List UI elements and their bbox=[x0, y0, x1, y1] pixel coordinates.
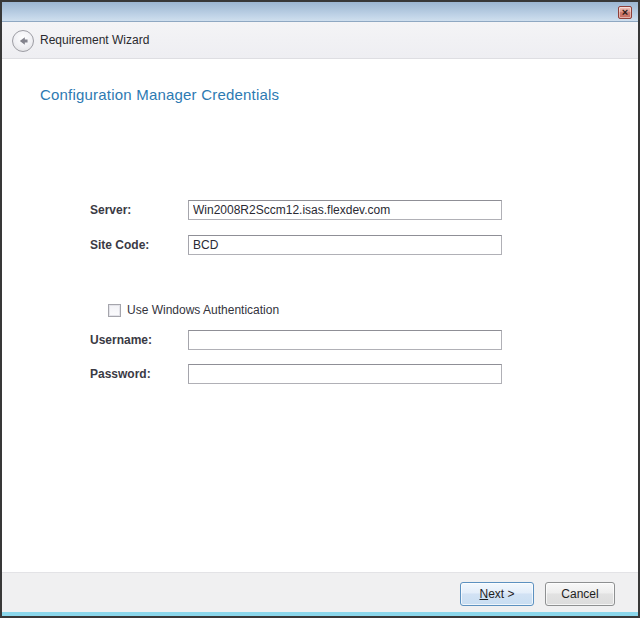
close-icon: × bbox=[622, 6, 628, 18]
next-button-mnemonic: N bbox=[479, 587, 488, 601]
server-input[interactable] bbox=[188, 200, 502, 220]
page-title: Configuration Manager Credentials bbox=[40, 86, 279, 103]
site-code-label: Site Code: bbox=[90, 238, 149, 252]
footer-bar: Next > Cancel bbox=[2, 572, 638, 612]
next-button[interactable]: Next > bbox=[460, 582, 534, 606]
next-button-label: ext > bbox=[488, 587, 514, 601]
back-button[interactable] bbox=[12, 30, 34, 52]
wizard-title: Requirement Wizard bbox=[40, 22, 149, 59]
wizard-header: Requirement Wizard bbox=[2, 22, 638, 59]
back-arrow-icon bbox=[13, 31, 33, 51]
site-code-input[interactable] bbox=[188, 235, 502, 255]
username-label: Username: bbox=[90, 333, 152, 347]
cancel-button-label: Cancel bbox=[561, 587, 598, 601]
close-button[interactable]: × bbox=[618, 6, 632, 19]
windows-auth-checkbox[interactable] bbox=[108, 304, 121, 317]
wizard-window: × Requirement Wizard Configuration Manag… bbox=[0, 0, 640, 618]
server-label: Server: bbox=[90, 203, 131, 217]
username-input[interactable] bbox=[188, 330, 502, 350]
windows-auth-label: Use Windows Authentication bbox=[127, 303, 279, 317]
password-label: Password: bbox=[90, 367, 151, 381]
cancel-button[interactable]: Cancel bbox=[545, 582, 615, 606]
window-bottom-accent bbox=[2, 612, 638, 616]
password-input[interactable] bbox=[188, 364, 502, 384]
windows-auth-row: Use Windows Authentication bbox=[108, 302, 279, 318]
titlebar[interactable]: × bbox=[2, 2, 638, 22]
